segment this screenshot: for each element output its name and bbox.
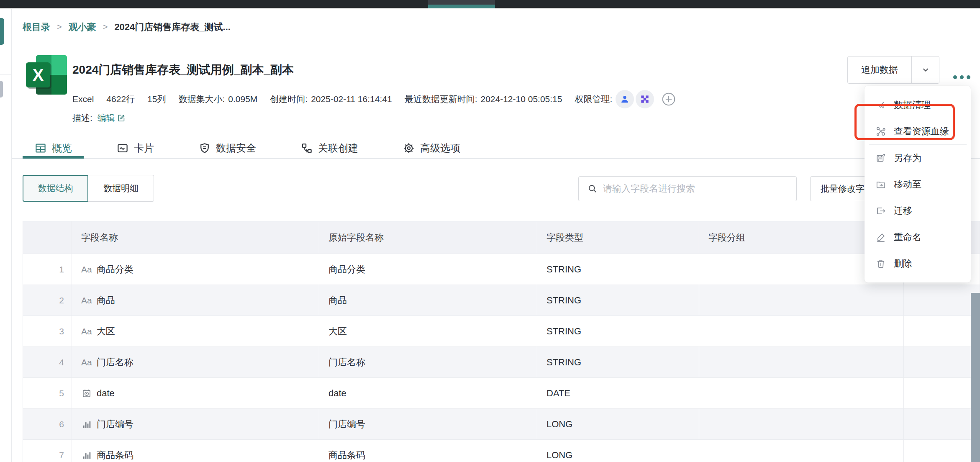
column-header-field-name: 字段名称 [72,221,319,254]
menu-item-delete[interactable]: 删除 [865,250,971,277]
breadcrumb: 根目录 > 观小豪 > 2024门店销售库存表_测试... [12,9,980,45]
column-header-original-name: 原始字段名称 [319,221,537,254]
edit-pencil-icon [117,113,126,123]
field-group-cell [699,316,904,347]
person-icon [619,94,630,105]
more-options-button[interactable] [953,75,970,79]
broom-icon [875,100,886,110]
rename-icon [875,232,886,243]
field-group-cell [699,347,904,378]
extra-cell [904,378,980,409]
grid-table-icon [34,142,47,154]
breadcrumb-folder[interactable]: 观小豪 [69,21,96,33]
table-row[interactable]: 2 Aa 商品 商品 STRING [23,285,980,316]
breadcrumb-root[interactable]: 根目录 [23,21,50,33]
text-field-icon: Aa [81,357,92,367]
save-as-icon [875,153,886,164]
table-row[interactable]: 1 Aa 商品分类 商品分类 STRING [23,254,980,285]
sidebar-handle[interactable] [0,81,3,98]
search-icon [587,183,598,194]
field-name-cell: Aa 门店名称 [72,347,319,378]
extra-cell [904,285,980,316]
table-row[interactable]: 4 Aa 门店名称 门店名称 STRING [23,347,980,378]
menu-item-rename[interactable]: 重命名 [865,224,971,250]
field-type-cell: STRING [537,316,699,347]
dataset-format: Excel [72,94,94,104]
menu-item-view-lineage[interactable]: 查看资源血缘 [865,118,971,144]
table-row[interactable]: 7 商品条码 商品条码 LONG [23,440,980,462]
original-name-cell: 商品 [319,285,537,316]
permission-avatar-purple[interactable] [636,90,654,108]
field-search-box [578,176,797,201]
table-row[interactable]: 3 Aa 大区 大区 STRING [23,316,980,347]
tab-overview[interactable]: 概览 [23,138,84,158]
extra-cell [904,347,980,378]
row-index: 2 [23,285,72,316]
dataset-created-time: 创建时间:2025-02-11 16:14:41 [270,93,392,105]
original-name-cell: 大区 [319,316,537,347]
text-field-icon: Aa [81,264,92,275]
permission-label: 权限管理: [575,93,612,105]
field-name-cell: 商品条码 [72,440,319,462]
fields-table: 字段名称 原始字段名称 字段类型 字段分组 1 Aa 商品分类 商品分类 STR… [23,221,980,462]
search-input[interactable] [603,183,796,194]
row-index: 1 [23,254,72,285]
card-chart-icon [116,142,129,154]
breadcrumb-current: 2024门店销售库存表_测试... [114,21,231,33]
pixel-avatar-icon [639,94,650,105]
append-data-dropdown-button[interactable] [911,56,939,83]
data-structure-button[interactable]: 数据结构 [23,175,88,202]
rail-divider [0,74,11,75]
row-index: 7 [23,440,72,462]
excel-file-icon: X [26,55,67,95]
main-content: 根目录 > 观小豪 > 2024门店销售库存表_测试... X 2024门店销售… [12,9,980,462]
edit-description-link[interactable]: 编辑 [97,112,126,124]
original-name-cell: 商品分类 [319,254,537,285]
sidebar-handle-active[interactable] [0,18,4,45]
dataset-row-count: 4622行 [106,93,135,105]
page-title: 2024门店销售库存表_测试用例_副本_副本 [72,62,294,78]
dataset-meta-row: Excel 4622行 15列 数据集大小:0.095M 创建时间:2025-0… [72,90,677,108]
field-group-cell [699,409,904,440]
row-index: 3 [23,316,72,347]
field-group-cell [699,285,904,316]
tab-bar: 概览 卡片 数据安全 关联创建 [12,138,980,159]
menu-item-migrate[interactable]: 迁移 [865,198,971,224]
field-type-cell: LONG [537,409,699,440]
collapsed-sidebar-rail [0,9,12,462]
original-name-cell: date [319,378,537,409]
date-field-icon [81,388,92,399]
field-type-cell: STRING [537,254,699,285]
active-browser-tab[interactable] [428,0,495,5]
vertical-scrollbar-thumb[interactable] [971,293,980,462]
append-data-button[interactable]: 追加数据 [848,56,911,83]
field-name-cell: 门店编号 [72,409,319,440]
move-to-icon [875,179,886,190]
tab-data-security[interactable]: 数据安全 [187,138,268,158]
column-header-index [23,221,72,254]
table-row[interactable]: 5 date date DATE [23,378,980,409]
permission-avatar-blue[interactable] [616,90,634,108]
dataset-detail-page: 根目录 > 观小豪 > 2024门店销售库存表_测试... X 2024门店销售… [0,0,980,462]
tab-cards[interactable]: 卡片 [105,138,166,158]
gear-icon [403,142,415,154]
view-toggle-group: 数据结构 数据明细 [23,175,154,202]
field-name-cell: Aa 大区 [72,316,319,347]
menu-item-save-as[interactable]: 另存为 [865,145,971,171]
description-row: 描述: 编辑 [72,112,126,124]
tab-advanced-options[interactable]: 高级选项 [391,138,472,158]
field-name-cell: date [72,378,319,409]
shield-icon [198,142,211,154]
tab-related-create[interactable]: 关联创建 [289,138,370,158]
column-header-field-type: 字段类型 [537,221,699,254]
menu-item-move-to[interactable]: 移动至 [865,171,971,198]
add-permission-button[interactable] [661,91,677,107]
relation-icon [300,142,313,154]
menu-item-data-cleaning[interactable]: 数据清理 [865,92,971,118]
table-row[interactable]: 6 门店编号 门店编号 LONG [23,409,980,440]
ellipsis-icon [953,75,957,79]
row-index: 6 [23,409,72,440]
data-detail-button[interactable]: 数据明细 [88,175,154,202]
dataset-column-count: 15列 [147,93,166,105]
field-name-cell: Aa 商品分类 [72,254,319,285]
